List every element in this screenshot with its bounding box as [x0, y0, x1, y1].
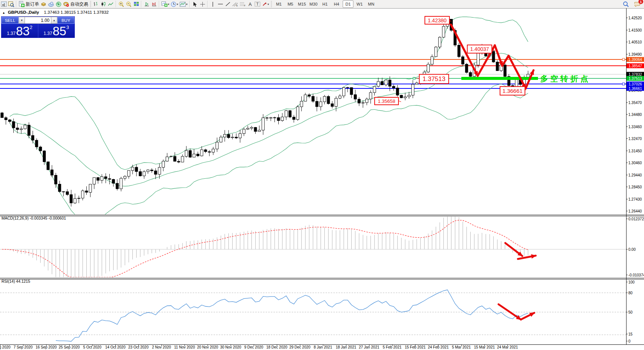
- chart-header: ▲ GBPUSD-,Daily 1.37463 1.38115 1.37411 …: [2, 10, 109, 14]
- price-annotation-tag[interactable]: 1.37513: [419, 74, 449, 84]
- collapse-panel-icon[interactable]: ▲: [2, 11, 5, 14]
- turning-point-annotation[interactable]: 多空转折点: [540, 74, 590, 84]
- buy-price-display[interactable]: 1.37853: [38, 24, 75, 38]
- macd-indicator: [0, 217, 626, 277]
- sell-price-prefix: 1.37: [7, 31, 16, 36]
- volume-decrease-button[interactable]: ▼: [19, 17, 25, 24]
- sell-button[interactable]: SELL: [1, 17, 19, 24]
- price-level-badge: 1.39064: [627, 57, 644, 62]
- price-annotation-tag[interactable]: 1.36661: [500, 86, 525, 95]
- buy-button[interactable]: BUY: [57, 17, 74, 24]
- sell-price-pip: 2: [30, 25, 32, 30]
- turning-point-highlight-bar[interactable]: [461, 77, 538, 80]
- chart-symbol-period: GBPUSD-,Daily: [8, 10, 39, 14]
- date-axis[interactable]: [0, 344, 626, 350]
- price-annotation-tag[interactable]: 1.35658: [374, 97, 399, 105]
- volume-input[interactable]: [25, 17, 51, 24]
- volume-increase-button[interactable]: ▲: [51, 17, 57, 24]
- one-click-trading-panel: SELL ▼ ▲ BUY 1.37832 1.37853: [1, 16, 75, 38]
- chart-ohlc-values: 1.37463 1.38115 1.37411 1.37832: [44, 10, 109, 14]
- price-level-badge: 1.38547: [627, 64, 644, 68]
- mt4-window: 新订单 自动交易 ▾ ▾ ▾ E F A T ▾: [0, 0, 644, 350]
- rsi-indicator: [0, 290, 626, 341]
- price-level-badge: 1.36661: [627, 86, 644, 91]
- buy-price-main: 85: [52, 26, 66, 37]
- chart-canvas[interactable]: [0, 0, 644, 350]
- candlesticks: [1, 19, 529, 207]
- buy-price-pip: 3: [66, 25, 69, 30]
- buy-price-prefix: 1.37: [44, 31, 52, 36]
- rsi-indicator-label: RSI(14) 44.1215: [1, 279, 30, 283]
- price-level-badge: 1.37513: [627, 76, 644, 81]
- price-annotation-tag[interactable]: 1.42380: [424, 16, 450, 25]
- macd-indicator-label: MACD(12,26,9) -0.003345 -0.000601: [1, 216, 66, 220]
- sell-price-display[interactable]: 1.37832: [1, 24, 38, 38]
- price-annotation-tag[interactable]: 1.40037: [467, 45, 492, 54]
- sell-price-main: 83: [16, 26, 30, 37]
- panel-borders: [0, 8, 644, 345]
